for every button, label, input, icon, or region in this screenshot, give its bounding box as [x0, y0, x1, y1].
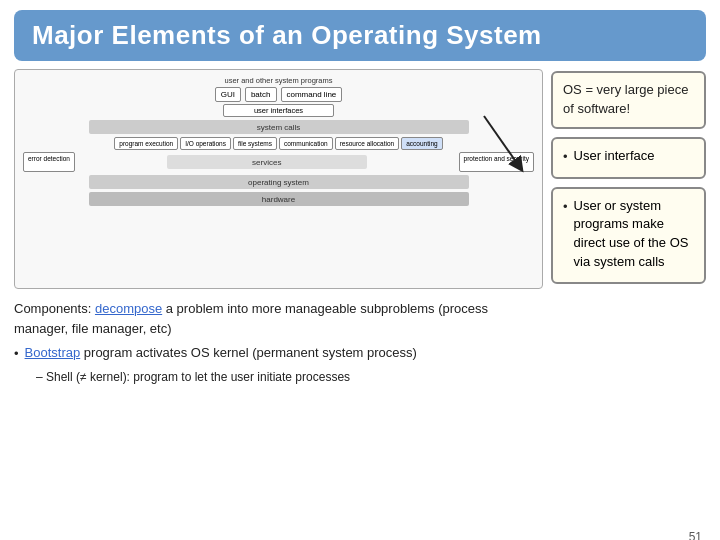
mid-boxes-row1: program execution I/O operations file sy… [23, 137, 534, 150]
accounting-box: accounting [401, 137, 442, 150]
operating-system-label: operating system [248, 178, 309, 187]
hardware-label: hardware [262, 195, 295, 204]
callout-user-programs-text: User or system programs make direct use … [574, 197, 694, 272]
services-label: services [252, 158, 281, 167]
title-bar: Major Elements of an Operating System [14, 10, 706, 61]
gui-box: GUI [215, 87, 241, 102]
callout-item-1: • User interface [563, 147, 694, 167]
content-area: user and other system programs GUI batch… [0, 69, 720, 539]
system-calls-label: system calls [257, 123, 301, 132]
decompose-link: decompose [95, 301, 162, 316]
communication-box: communication [279, 137, 333, 150]
callout-os-text: OS = very large piece of software! [563, 82, 688, 116]
operating-system-bar: operating system [89, 175, 469, 189]
top-apps-row: GUI batch command line [23, 87, 534, 102]
user-interfaces-box: user interfaces [223, 104, 334, 117]
system-calls-bar: system calls [89, 120, 469, 134]
os-diagram: user and other system programs GUI batch… [14, 69, 543, 289]
command-line-box: command line [281, 87, 343, 102]
mid-boxes-row2: error detection services protection and … [23, 152, 534, 172]
callout-os-software: OS = very large piece of software! [551, 71, 706, 129]
bullet-bootstrap: • Bootstrap program activates OS kernel … [14, 343, 543, 364]
page-number: 51 [689, 530, 702, 540]
bootstrap-text: Bootstrap program activates OS kernel (p… [25, 343, 417, 363]
bullets-section: Components: decompose a problem into mor… [14, 295, 543, 391]
intro-text: Components: decompose a problem into mor… [14, 299, 543, 339]
file-systems-box: file systems [233, 137, 277, 150]
right-sidebar: OS = very large piece of software! • Use… [551, 69, 706, 539]
callout-dot-1: • [563, 148, 568, 167]
diagram-container: user and other system programs GUI batch… [23, 76, 534, 206]
callout-user-interface: • User interface [551, 137, 706, 179]
top-label: user and other system programs [23, 76, 534, 85]
left-section: user and other system programs GUI batch… [14, 69, 543, 539]
callout-user-interface-text: User interface [574, 147, 655, 166]
callout-user-programs: • User or system programs make direct us… [551, 187, 706, 284]
error-detection-box: error detection [23, 152, 75, 172]
svg-line-0 [484, 116, 519, 166]
user-interfaces-row: user interfaces [23, 104, 534, 117]
program-execution-box: program execution [114, 137, 178, 150]
slide: Major Elements of an Operating System us… [0, 10, 720, 540]
hardware-bar: hardware [89, 192, 469, 206]
batch-box: batch [245, 87, 277, 102]
io-operations-box: I/O operations [180, 137, 231, 150]
slide-title: Major Elements of an Operating System [32, 20, 688, 51]
bullet-dot-1: • [14, 344, 19, 364]
bootstrap-link: Bootstrap [25, 345, 81, 360]
services-bar: services [167, 155, 367, 169]
callout-dot-2: • [563, 198, 568, 217]
sub-bullet-shell: – Shell (≠ kernel): program to let the u… [14, 368, 543, 387]
resource-allocation-box: resource allocation [335, 137, 400, 150]
arrow-icon [474, 106, 529, 216]
callout-item-2: • User or system programs make direct us… [563, 197, 694, 272]
